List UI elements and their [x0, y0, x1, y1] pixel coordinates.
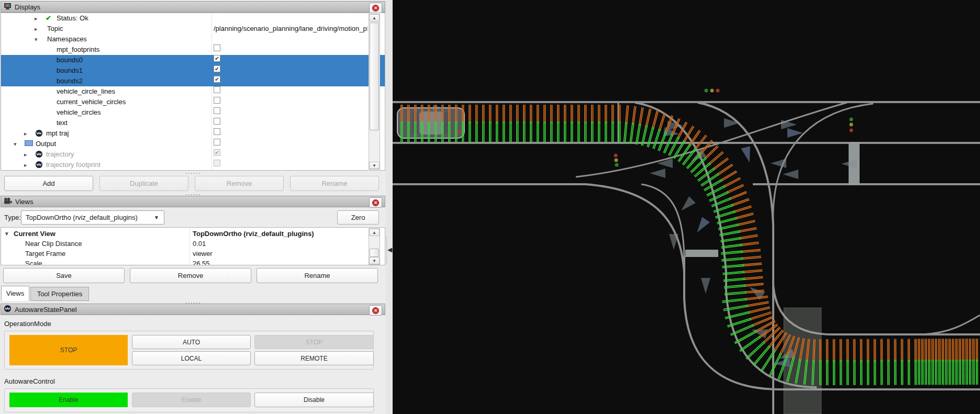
displays-tree-scrollbar[interactable]: ▲ ▼ — [369, 14, 380, 170]
view-type-label: Type: — [4, 214, 21, 221]
row-checkbox[interactable] — [214, 128, 220, 135]
zero-button[interactable]: Zero — [337, 210, 379, 225]
collapse-icon[interactable]: ▾ — [35, 34, 38, 44]
autoware-icon — [4, 305, 12, 314]
property-row-scale[interactable]: Scale26.55 — [1, 259, 385, 265]
row-checkbox[interactable] — [214, 139, 220, 146]
displays-icon — [4, 2, 12, 12]
chevron-down-icon: ▼ — [154, 215, 159, 220]
add-button[interactable]: Add — [4, 176, 93, 191]
property-label: Scale — [25, 259, 42, 265]
row-checkbox[interactable] — [214, 97, 220, 104]
row-checkbox[interactable] — [214, 107, 220, 114]
scroll-up-icon[interactable]: ▲ — [369, 229, 380, 236]
scroll-down-icon[interactable]: ▼ — [369, 162, 380, 169]
panel-view-divider: ◀ — [386, 0, 393, 414]
expand-icon[interactable]: ▸ — [24, 149, 27, 160]
rename-button[interactable]: Rename — [257, 268, 378, 283]
disable-button[interactable]: Disable — [254, 393, 374, 407]
save-button[interactable]: Save — [3, 268, 125, 283]
remove-button[interactable]: Remove — [130, 268, 251, 283]
tree-row-trajectory[interactable]: ▸trajectory✔ — [1, 149, 385, 160]
panel-collapse-handle[interactable]: ◀ — [386, 237, 393, 264]
scrollbar-thumb[interactable] — [370, 249, 379, 257]
displays-panel-title: Displays — [15, 3, 40, 11]
expand-icon[interactable]: ▸ — [24, 160, 27, 170]
property-row-target-frame[interactable]: Target Frameviewer — [1, 249, 385, 259]
row-checkbox[interactable] — [214, 118, 220, 125]
camera-icon — [4, 197, 12, 206]
row-checkbox[interactable] — [214, 44, 220, 51]
tree-row-status-ok[interactable]: ▸✔Status: Ok — [1, 13, 385, 24]
tree-row-bounds0[interactable]: bounds0✔ — [1, 55, 385, 65]
scroll-down-icon[interactable]: ▼ — [369, 257, 380, 264]
scrollbar-thumb[interactable] — [370, 23, 379, 130]
collapse-icon[interactable]: ▾ — [5, 229, 8, 239]
collapse-icon[interactable]: ▾ — [14, 139, 17, 149]
tree-row-trajectory-footprint[interactable]: ▸trajectory footprint — [1, 160, 385, 170]
tree-row-label: current_vehicle_circles — [57, 97, 126, 107]
tree-row-label: Topic — [47, 24, 63, 34]
tree-row-mpt-traj[interactable]: ▸mpt traj — [1, 128, 385, 139]
tab-tool-properties[interactable]: Tool Properties — [30, 287, 89, 301]
tree-row-bounds1[interactable]: bounds1✔ — [1, 65, 385, 76]
views-panel-header: Views ✕ — [1, 196, 385, 207]
tree-row-vehicle-circles[interactable]: vehicle_circles — [1, 107, 385, 118]
tree-row-namespaces[interactable]: ▾Namespaces — [1, 34, 385, 44]
tree-row-label: mpt traj — [46, 128, 69, 139]
expand-icon[interactable]: ▸ — [35, 24, 38, 34]
tree-row-text[interactable]: text — [1, 118, 385, 128]
tree-row-output[interactable]: ▾Output — [1, 139, 385, 149]
tree-row-bounds2[interactable]: bounds2✔ — [1, 76, 385, 86]
duplicate-button: Duplicate — [99, 176, 188, 191]
displays-tree[interactable]: ▸✔Status: Ok▸Topic/planning/scenario_pla… — [1, 13, 385, 171]
remote-button[interactable]: REMOTE — [254, 351, 374, 365]
row-checkbox[interactable]: ✔ — [214, 65, 220, 72]
expand-icon[interactable]: ▸ — [35, 13, 38, 24]
property-value[interactable]: TopDownOrtho (rviz_default_plugins) — [193, 229, 314, 239]
tree-row-label: bounds1 — [57, 65, 83, 76]
autoware-icon — [35, 128, 43, 139]
autoware-close-button[interactable]: ✕ — [369, 305, 382, 316]
expand-icon[interactable]: ▸ — [24, 128, 27, 139]
property-value[interactable]: 26.55 — [193, 259, 210, 265]
row-checkbox[interactable]: ✔ — [214, 76, 220, 83]
scroll-up-icon[interactable]: ▲ — [369, 14, 380, 21]
tree-row-label: Namespaces — [47, 34, 87, 44]
views-props-scrollbar[interactable]: ▲ ▼ — [369, 228, 380, 265]
property-row-current-view[interactable]: ▾Current ViewTopDownOrtho (rviz_default_… — [1, 229, 385, 239]
row-checkbox[interactable]: ✔ — [214, 55, 220, 62]
row-checkbox[interactable] — [214, 86, 220, 93]
displays-panel-header: Displays ✕ — [1, 1, 385, 13]
property-value[interactable]: viewer — [193, 249, 213, 259]
autoware-control-label: AutowareControl — [4, 377, 55, 385]
views-close-button[interactable]: ✕ — [369, 197, 382, 208]
tree-row-label: mpt_footprints — [57, 44, 99, 55]
property-row-near-clip-distance[interactable]: Near Clip Distance0.01 — [1, 239, 385, 249]
view-type-value: TopDownOrtho (rviz_default_plugins) — [26, 214, 138, 221]
tree-row-label: bounds2 — [57, 76, 83, 86]
tree-row-topic[interactable]: ▸Topic/planning/scenario_planning/lane_d… — [1, 24, 385, 34]
property-value[interactable]: 0.01 — [193, 239, 206, 249]
view-type-combobox[interactable]: TopDownOrtho (rviz_default_plugins) ▼ — [21, 210, 164, 225]
property-label: Near Clip Distance — [25, 239, 82, 249]
tree-row-label: Status: Ok — [57, 13, 88, 24]
tree-row-mpt-footprints[interactable]: mpt_footprints — [1, 44, 385, 55]
remove-button: Remove — [195, 176, 284, 191]
splitter-handle[interactable] — [0, 172, 386, 174]
row-checkbox — [214, 160, 220, 166]
displays-close-button[interactable]: ✕ — [369, 3, 382, 13]
autoware-icon — [35, 149, 43, 160]
current-view-properties[interactable]: ▾Current ViewTopDownOrtho (rviz_default_… — [1, 227, 385, 265]
tree-row-vehicle-circle-lines[interactable]: vehicle_circle_lines — [1, 86, 385, 97]
tree-row-current-vehicle-circles[interactable]: current_vehicle_circles — [1, 97, 385, 107]
tab-views[interactable]: Views — [1, 286, 29, 301]
folder-icon — [25, 140, 32, 147]
local-button[interactable]: LOCAL — [132, 351, 251, 365]
close-icon: ✕ — [372, 5, 379, 12]
property-label: Current View — [14, 229, 55, 239]
autoware-icon — [35, 160, 43, 171]
views-panel-title: Views — [15, 198, 33, 206]
3d-view[interactable] — [393, 0, 980, 414]
auto-button[interactable]: AUTO — [132, 335, 251, 349]
